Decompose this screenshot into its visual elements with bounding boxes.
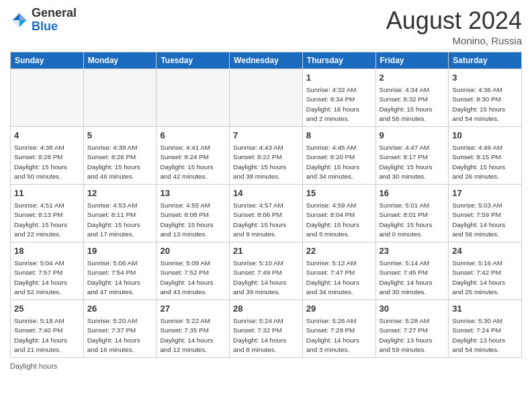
day-info: Sunrise: 4:39 AM Sunset: 8:26 PM Dayligh… bbox=[87, 143, 153, 181]
calendar-cell: 18Sunrise: 5:04 AM Sunset: 7:57 PM Dayli… bbox=[11, 242, 84, 300]
day-info: Sunrise: 5:04 AM Sunset: 7:57 PM Dayligh… bbox=[14, 259, 80, 297]
day-number: 8 bbox=[306, 130, 372, 142]
day-number: 6 bbox=[160, 130, 226, 142]
logo: General Blue bbox=[10, 7, 77, 34]
day-info: Sunrise: 4:49 AM Sunset: 8:15 PM Dayligh… bbox=[452, 143, 518, 181]
day-number: 19 bbox=[87, 245, 153, 257]
calendar-cell bbox=[83, 69, 157, 127]
calendar-table: Sunday Monday Tuesday Wednesday Thursday… bbox=[10, 52, 522, 358]
day-info: Sunrise: 5:26 AM Sunset: 7:29 PM Dayligh… bbox=[306, 316, 372, 355]
day-number: 12 bbox=[87, 187, 153, 199]
calendar-week-1: 1Sunrise: 4:32 AM Sunset: 8:34 PM Daylig… bbox=[11, 69, 522, 127]
day-info: Sunrise: 5:28 AM Sunset: 7:27 PM Dayligh… bbox=[380, 316, 445, 355]
calendar-cell bbox=[157, 69, 230, 127]
calendar-cell: 17Sunrise: 5:03 AM Sunset: 7:59 PM Dayli… bbox=[449, 185, 522, 242]
day-info: Sunrise: 4:43 AM Sunset: 8:22 PM Dayligh… bbox=[233, 143, 299, 181]
day-number: 25 bbox=[14, 303, 80, 315]
day-number: 31 bbox=[452, 303, 518, 315]
day-number: 24 bbox=[452, 245, 518, 257]
calendar-cell: 14Sunrise: 4:57 AM Sunset: 8:06 PM Dayli… bbox=[230, 185, 303, 242]
calendar-cell: 31Sunrise: 5:30 AM Sunset: 7:24 PM Dayli… bbox=[449, 300, 522, 358]
calendar-week-3: 11Sunrise: 4:51 AM Sunset: 8:13 PM Dayli… bbox=[11, 185, 522, 242]
daylight-label: Daylight hours bbox=[10, 362, 57, 370]
day-info: Sunrise: 5:03 AM Sunset: 7:59 PM Dayligh… bbox=[452, 201, 518, 239]
header-monday: Monday bbox=[83, 52, 157, 69]
weekday-header-row: Sunday Monday Tuesday Wednesday Thursday… bbox=[11, 52, 522, 69]
day-number: 11 bbox=[14, 187, 80, 199]
logo-general: General bbox=[32, 7, 77, 20]
day-info: Sunrise: 4:41 AM Sunset: 8:24 PM Dayligh… bbox=[160, 143, 226, 181]
day-info: Sunrise: 5:01 AM Sunset: 8:01 PM Dayligh… bbox=[380, 201, 445, 239]
day-info: Sunrise: 5:24 AM Sunset: 7:32 PM Dayligh… bbox=[233, 316, 299, 355]
calendar-cell: 1Sunrise: 4:32 AM Sunset: 8:34 PM Daylig… bbox=[302, 69, 375, 127]
header-thursday: Thursday bbox=[302, 52, 375, 69]
day-number: 7 bbox=[233, 130, 299, 142]
day-number: 3 bbox=[452, 72, 518, 84]
day-info: Sunrise: 4:59 AM Sunset: 8:04 PM Dayligh… bbox=[306, 201, 372, 239]
day-number: 1 bbox=[306, 72, 372, 84]
day-number: 20 bbox=[160, 245, 226, 257]
calendar-cell: 26Sunrise: 5:20 AM Sunset: 7:37 PM Dayli… bbox=[83, 300, 157, 358]
calendar-week-5: 25Sunrise: 5:18 AM Sunset: 7:40 PM Dayli… bbox=[11, 300, 522, 358]
calendar-cell: 10Sunrise: 4:49 AM Sunset: 8:15 PM Dayli… bbox=[449, 127, 522, 185]
day-number: 29 bbox=[306, 303, 372, 315]
day-number: 13 bbox=[160, 187, 226, 199]
day-info: Sunrise: 4:45 AM Sunset: 8:20 PM Dayligh… bbox=[306, 143, 372, 181]
calendar-cell: 4Sunrise: 4:38 AM Sunset: 8:28 PM Daylig… bbox=[11, 127, 84, 185]
day-number: 14 bbox=[233, 187, 299, 199]
day-number: 17 bbox=[452, 187, 518, 199]
calendar-cell: 21Sunrise: 5:10 AM Sunset: 7:49 PM Dayli… bbox=[230, 242, 303, 300]
day-info: Sunrise: 5:20 AM Sunset: 7:37 PM Dayligh… bbox=[87, 316, 153, 355]
footer: Daylight hours bbox=[10, 362, 522, 370]
calendar-cell: 9Sunrise: 4:47 AM Sunset: 8:17 PM Daylig… bbox=[375, 127, 449, 185]
calendar-cell: 5Sunrise: 4:39 AM Sunset: 8:26 PM Daylig… bbox=[83, 127, 157, 185]
calendar-cell: 7Sunrise: 4:43 AM Sunset: 8:22 PM Daylig… bbox=[230, 127, 303, 185]
calendar-cell: 24Sunrise: 5:16 AM Sunset: 7:42 PM Dayli… bbox=[449, 242, 522, 300]
calendar-week-4: 18Sunrise: 5:04 AM Sunset: 7:57 PM Dayli… bbox=[11, 242, 522, 300]
svg-marker-3 bbox=[19, 20, 26, 27]
location: Monino, Russia bbox=[386, 35, 522, 46]
calendar-cell bbox=[11, 69, 84, 127]
calendar-cell: 13Sunrise: 4:55 AM Sunset: 8:08 PM Dayli… bbox=[157, 185, 230, 242]
calendar-cell: 30Sunrise: 5:28 AM Sunset: 7:27 PM Dayli… bbox=[375, 300, 449, 358]
day-info: Sunrise: 4:32 AM Sunset: 8:34 PM Dayligh… bbox=[306, 85, 372, 124]
day-number: 26 bbox=[87, 303, 153, 315]
day-info: Sunrise: 4:34 AM Sunset: 8:32 PM Dayligh… bbox=[380, 85, 445, 124]
day-info: Sunrise: 4:36 AM Sunset: 8:30 PM Dayligh… bbox=[452, 85, 518, 124]
day-info: Sunrise: 4:47 AM Sunset: 8:17 PM Dayligh… bbox=[380, 143, 445, 181]
day-number: 10 bbox=[452, 130, 518, 142]
day-info: Sunrise: 5:08 AM Sunset: 7:52 PM Dayligh… bbox=[160, 259, 226, 297]
calendar-cell: 8Sunrise: 4:45 AM Sunset: 8:20 PM Daylig… bbox=[302, 127, 375, 185]
day-number: 27 bbox=[160, 303, 226, 315]
day-number: 2 bbox=[380, 72, 445, 84]
day-info: Sunrise: 5:22 AM Sunset: 7:35 PM Dayligh… bbox=[160, 316, 226, 355]
title-block: August 2024 Monino, Russia bbox=[386, 7, 522, 46]
calendar-week-2: 4Sunrise: 4:38 AM Sunset: 8:28 PM Daylig… bbox=[11, 127, 522, 185]
day-info: Sunrise: 5:18 AM Sunset: 7:40 PM Dayligh… bbox=[14, 316, 80, 355]
month-year: August 2024 bbox=[386, 7, 522, 35]
day-number: 5 bbox=[87, 130, 153, 142]
calendar-cell: 12Sunrise: 4:53 AM Sunset: 8:11 PM Dayli… bbox=[83, 185, 157, 242]
calendar-cell: 25Sunrise: 5:18 AM Sunset: 7:40 PM Dayli… bbox=[11, 300, 84, 358]
day-info: Sunrise: 4:51 AM Sunset: 8:13 PM Dayligh… bbox=[14, 201, 80, 239]
day-info: Sunrise: 5:10 AM Sunset: 7:49 PM Dayligh… bbox=[233, 259, 299, 297]
day-info: Sunrise: 4:57 AM Sunset: 8:06 PM Dayligh… bbox=[233, 201, 299, 239]
calendar-cell: 27Sunrise: 5:22 AM Sunset: 7:35 PM Dayli… bbox=[157, 300, 230, 358]
calendar-cell: 19Sunrise: 5:06 AM Sunset: 7:54 PM Dayli… bbox=[83, 242, 157, 300]
calendar-cell: 20Sunrise: 5:08 AM Sunset: 7:52 PM Dayli… bbox=[157, 242, 230, 300]
calendar-cell: 22Sunrise: 5:12 AM Sunset: 7:47 PM Dayli… bbox=[302, 242, 375, 300]
page-container: General Blue August 2024 Monino, Russia … bbox=[0, 0, 532, 411]
calendar-cell: 23Sunrise: 5:14 AM Sunset: 7:45 PM Dayli… bbox=[375, 242, 449, 300]
day-number: 16 bbox=[380, 187, 445, 199]
calendar-cell: 2Sunrise: 4:34 AM Sunset: 8:32 PM Daylig… bbox=[375, 69, 449, 127]
header-saturday: Saturday bbox=[449, 52, 522, 69]
header-wednesday: Wednesday bbox=[230, 52, 303, 69]
day-number: 21 bbox=[233, 245, 299, 257]
calendar-cell: 15Sunrise: 4:59 AM Sunset: 8:04 PM Dayli… bbox=[302, 185, 375, 242]
day-info: Sunrise: 5:06 AM Sunset: 7:54 PM Dayligh… bbox=[87, 259, 153, 297]
logo-text: General Blue bbox=[32, 7, 77, 34]
day-info: Sunrise: 5:16 AM Sunset: 7:42 PM Dayligh… bbox=[452, 259, 518, 297]
calendar-cell: 29Sunrise: 5:26 AM Sunset: 7:29 PM Dayli… bbox=[302, 300, 375, 358]
day-number: 30 bbox=[380, 303, 445, 315]
day-info: Sunrise: 5:30 AM Sunset: 7:24 PM Dayligh… bbox=[452, 316, 518, 355]
